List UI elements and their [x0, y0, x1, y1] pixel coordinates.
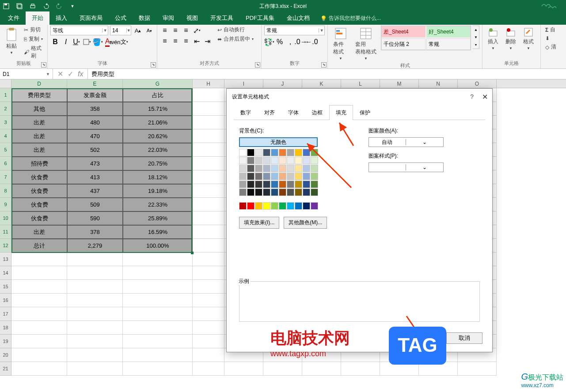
formula-input[interactable]: 费用类型	[88, 69, 566, 79]
cell-styles-gallery[interactable]: 差_Sheet4 好_Sheet4 千位分隔 2 常规	[381, 26, 471, 50]
row-header[interactable]: 4	[0, 129, 11, 143]
indent-decrease-button[interactable]: ⇤	[192, 36, 201, 46]
name-box[interactable]: D1▼	[0, 69, 53, 79]
color-swatch[interactable]	[271, 188, 278, 196]
cell[interactable]	[67, 348, 123, 362]
cell[interactable]	[193, 253, 224, 266]
dialog-launcher-icon[interactable]: ⬊	[41, 62, 46, 68]
cell[interactable]: 470	[67, 129, 123, 143]
bold-button[interactable]: B	[50, 37, 60, 47]
cell[interactable]	[193, 280, 224, 294]
color-swatch[interactable]	[255, 165, 262, 172]
cell[interactable]: 其他	[11, 102, 67, 116]
grow-font-button[interactable]: A▴	[133, 26, 143, 35]
clear-button[interactable]: ◇清	[543, 43, 556, 51]
cell[interactable]	[193, 211, 224, 225]
cell[interactable]	[224, 362, 263, 376]
cell[interactable]	[193, 294, 224, 307]
color-swatch[interactable]	[311, 173, 318, 180]
color-swatch[interactable]	[271, 173, 278, 180]
cell[interactable]	[123, 348, 193, 362]
col-header-G[interactable]: G	[123, 79, 193, 88]
cell[interactable]: 发票金额	[67, 88, 123, 102]
cell[interactable]	[67, 266, 123, 280]
format-painter-button[interactable]: 🖌格式刷	[22, 44, 45, 60]
color-swatch[interactable]	[303, 157, 310, 164]
color-swatch[interactable]	[263, 149, 270, 156]
col-header-L[interactable]: L	[341, 79, 380, 88]
align-bottom-button[interactable]: ≡	[181, 26, 191, 35]
row-header[interactable]: 5	[0, 143, 11, 157]
color-swatch[interactable]	[279, 188, 286, 196]
row-header[interactable]: 19	[0, 335, 11, 348]
tab-jinshan[interactable]: 金山文档	[281, 11, 316, 25]
cell[interactable]	[123, 253, 193, 266]
style-good[interactable]: 好_Sheet4	[426, 26, 471, 38]
merge-center-button[interactable]: ⬌合并后居中▾	[216, 35, 255, 43]
color-swatch[interactable]	[279, 173, 286, 180]
color-swatch[interactable]	[271, 149, 278, 156]
no-color-button[interactable]: 无颜色	[239, 137, 318, 147]
tab-developer[interactable]: 开发工具	[204, 11, 239, 25]
cell[interactable]	[193, 239, 224, 253]
enter-formula-icon[interactable]: ✓	[68, 70, 73, 78]
color-swatch[interactable]	[295, 202, 302, 210]
gallery-down-icon[interactable]: ▼	[473, 34, 479, 41]
cell[interactable]: 22.33%	[123, 198, 193, 211]
row-header[interactable]: 13	[0, 253, 11, 266]
color-swatch[interactable]	[287, 173, 294, 180]
row-header[interactable]: 9	[0, 198, 11, 211]
col-header-E[interactable]: E	[67, 79, 123, 88]
cell[interactable]	[193, 129, 224, 143]
copy-button[interactable]: ⎘复制▾	[22, 35, 45, 43]
cell[interactable]: 509	[67, 198, 123, 211]
dlg-tab-border[interactable]: 边框	[305, 105, 329, 120]
cell[interactable]: 伙食费	[11, 211, 67, 225]
cell[interactable]	[123, 321, 193, 335]
row-header[interactable]: 17	[0, 307, 11, 321]
color-swatch[interactable]	[279, 149, 286, 156]
cell[interactable]	[11, 321, 67, 335]
cell[interactable]: 伙食费	[11, 198, 67, 211]
color-swatch[interactable]	[239, 165, 247, 172]
col-header-K[interactable]: K	[302, 79, 341, 88]
col-header-M[interactable]: M	[380, 79, 419, 88]
color-swatch[interactable]	[303, 173, 310, 180]
gallery-up-icon[interactable]: ▲	[473, 26, 479, 34]
cell[interactable]	[193, 307, 224, 321]
color-swatch[interactable]	[263, 165, 270, 172]
cell[interactable]	[11, 335, 67, 348]
comma-button[interactable]: ,	[285, 37, 295, 47]
cell[interactable]	[193, 348, 224, 362]
fx-icon[interactable]: fx	[78, 70, 83, 78]
fill-button[interactable]: ⬇	[543, 35, 556, 42]
fill-effects-button[interactable]: 填充效果(I)...	[239, 217, 279, 229]
style-bad[interactable]: 差_Sheet4	[381, 26, 425, 38]
color-swatch[interactable]	[279, 181, 286, 188]
cell[interactable]	[193, 102, 224, 116]
row-header[interactable]: 16	[0, 294, 11, 307]
cell[interactable]: 费用类型	[11, 88, 67, 102]
align-top-button[interactable]: ≡	[160, 26, 170, 35]
dlg-tab-number[interactable]: 数字	[234, 105, 258, 120]
color-swatch[interactable]	[263, 181, 270, 188]
color-swatch[interactable]	[247, 173, 255, 180]
cell[interactable]: 25.89%	[123, 211, 193, 225]
cell[interactable]	[123, 294, 193, 307]
color-swatch[interactable]	[311, 149, 318, 156]
cell[interactable]: 19.18%	[123, 184, 193, 198]
cell[interactable]: 出差	[11, 225, 67, 239]
color-swatch[interactable]	[311, 157, 318, 164]
cell[interactable]: 480	[67, 116, 123, 129]
tab-pdf[interactable]: PDF工具集	[239, 11, 281, 25]
close-icon[interactable]: ✕	[482, 93, 488, 101]
cell[interactable]	[193, 170, 224, 184]
shrink-font-button[interactable]: A▾	[144, 26, 154, 35]
underline-button[interactable]: U▾	[72, 37, 81, 47]
cut-button[interactable]: ✂剪切	[22, 26, 45, 34]
color-swatch[interactable]	[311, 181, 318, 188]
help-icon[interactable]: ?	[470, 93, 474, 100]
cell[interactable]: 16.59%	[123, 225, 193, 239]
selection-handle[interactable]	[191, 252, 194, 254]
dialog-launcher-icon[interactable]: ⬊	[321, 62, 327, 68]
